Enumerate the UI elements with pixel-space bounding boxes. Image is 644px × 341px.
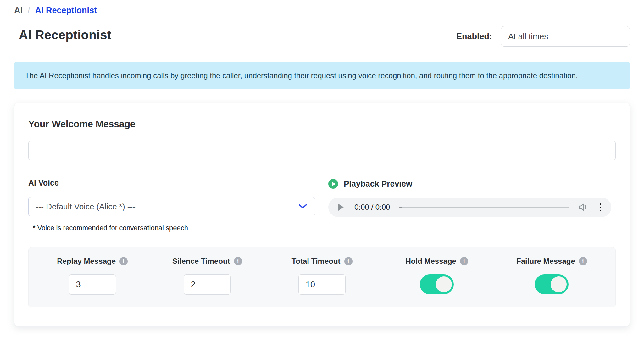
silence-timeout-label: Silence Timeout — [172, 257, 230, 266]
kebab-menu-icon[interactable] — [598, 202, 603, 213]
timeout-settings-panel: Replay Message i Silence Timeout i T — [28, 247, 616, 307]
page: AI / AI Receptionist AI Receptionist Ena… — [0, 0, 644, 327]
info-icon[interactable]: i — [119, 257, 128, 265]
welcome-message-heading: Your Welcome Message — [28, 119, 616, 129]
failure-message-label: Failure Message — [516, 257, 575, 266]
breadcrumb-separator: / — [28, 6, 30, 15]
breadcrumb-ai-receptionist[interactable]: AI Receptionist — [35, 6, 97, 15]
info-icon[interactable]: i — [234, 257, 242, 265]
audio-play-button[interactable] — [338, 204, 344, 211]
info-icon[interactable]: i — [344, 257, 353, 265]
playback-preview-section: Playback Preview 0:00 / 0:00 — [328, 178, 616, 232]
total-timeout-label: Total Timeout — [291, 257, 340, 266]
info-icon[interactable]: i — [460, 257, 468, 265]
replay-message-setting: Replay Message i — [35, 257, 150, 295]
hold-message-setting: Hold Message i — [380, 257, 494, 295]
play-icon — [328, 179, 338, 189]
audio-seek-bar[interactable] — [399, 207, 569, 208]
audio-time: 0:00 / 0:00 — [354, 203, 390, 212]
breadcrumb: AI / AI Receptionist — [14, 6, 630, 15]
ai-voice-select[interactable]: --- Default Voice (Alice *) --- — [28, 197, 315, 216]
receptionist-settings-card: Your Welcome Message AI Voice --- Defaul… — [14, 103, 630, 327]
total-timeout-setting: Total Timeout i — [264, 257, 379, 295]
playback-preview-title: Playback Preview — [344, 179, 412, 189]
info-banner-text: The AI Receptionist handles incoming cal… — [25, 71, 578, 80]
info-icon[interactable]: i — [579, 257, 587, 265]
welcome-message-input[interactable] — [28, 141, 616, 160]
breadcrumb-ai[interactable]: AI — [14, 6, 23, 15]
replay-message-input[interactable] — [69, 274, 116, 295]
failure-message-toggle[interactable] — [535, 274, 569, 294]
ai-voice-selected-option: --- Default Voice (Alice *) --- — [36, 202, 136, 212]
info-banner: The AI Receptionist handles incoming cal… — [14, 62, 630, 89]
silence-timeout-input[interactable] — [184, 274, 231, 295]
chevron-down-icon — [298, 204, 307, 209]
enabled-label: Enabled: — [456, 32, 492, 41]
voice-playback-row: AI Voice --- Default Voice (Alice *) ---… — [28, 178, 616, 232]
volume-icon[interactable] — [578, 203, 588, 212]
hold-message-toggle[interactable] — [420, 274, 454, 294]
silence-timeout-setting: Silence Timeout i — [150, 257, 264, 295]
ai-voice-section: AI Voice --- Default Voice (Alice *) ---… — [28, 178, 315, 232]
page-title: AI Receptionist — [14, 28, 111, 42]
enabled-selected-value: At all times — [508, 32, 548, 41]
enabled-select[interactable]: At all times — [501, 26, 630, 47]
playback-preview-header: Playback Preview — [328, 179, 616, 189]
hold-message-label: Hold Message — [406, 257, 456, 266]
ai-voice-label: AI Voice — [28, 178, 315, 187]
failure-message-setting: Failure Message i — [494, 257, 609, 295]
audio-player: 0:00 / 0:00 — [328, 198, 611, 217]
voice-note: * Voice is recommended for conversationa… — [28, 224, 315, 232]
total-timeout-input[interactable] — [298, 274, 346, 295]
enabled-control: Enabled: At all times — [456, 26, 630, 47]
replay-message-label: Replay Message — [57, 257, 116, 266]
page-header: AI Receptionist Enabled: At all times — [14, 28, 630, 47]
